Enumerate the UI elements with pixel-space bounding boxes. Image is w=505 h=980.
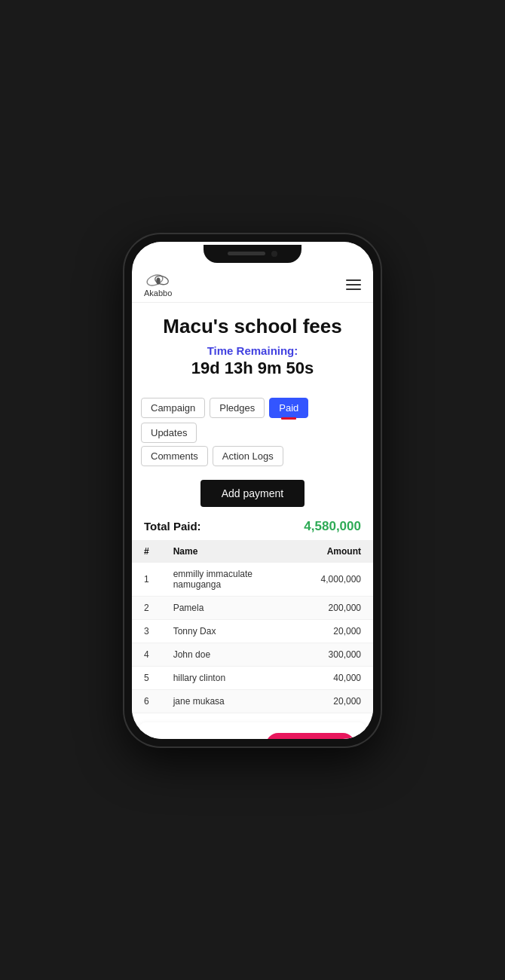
row-name: Pamela <box>161 596 309 619</box>
table-row: 5 hillary clinton 40,000 <box>132 666 373 689</box>
notch-pill <box>228 252 265 255</box>
campaign-card: EDUCATION 📋 Copy Link Macu's school fees… <box>139 722 366 739</box>
svg-point-2 <box>156 277 160 284</box>
phone-frame: Akabbo Macu's school fees Time Remaining… <box>124 234 381 746</box>
table-row: 1 emmilly immaculate namuganga 4,000,000 <box>132 563 373 597</box>
tabs-row-2: Comments Action Logs <box>132 446 373 466</box>
row-amount: 200,000 <box>309 596 373 619</box>
row-name: John doe <box>161 643 309 666</box>
row-amount: 20,000 <box>309 689 373 713</box>
card-top: EDUCATION 📋 Copy Link <box>139 722 366 739</box>
col-header-amount: Amount <box>309 540 373 563</box>
col-header-name: Name <box>161 540 309 563</box>
tab-comments[interactable]: Comments <box>141 446 208 466</box>
row-name: hillary clinton <box>161 666 309 689</box>
row-num: 5 <box>132 666 161 689</box>
table-row: 4 John doe 300,000 <box>132 643 373 666</box>
row-amount: 40,000 <box>309 666 373 689</box>
tab-updates[interactable]: Updates <box>141 423 197 443</box>
table-row: 2 Pamela 200,000 <box>132 596 373 619</box>
row-name: Tonny Dax <box>161 619 309 643</box>
hamburger-menu[interactable] <box>346 279 361 290</box>
table-row: 6 jane mukasa 20,000 <box>132 689 373 713</box>
row-name: emmilly immaculate namuganga <box>161 563 309 597</box>
notch-dot <box>271 251 277 257</box>
tab-action-logs[interactable]: Action Logs <box>213 446 283 466</box>
logo-area: Akabbo <box>144 272 172 298</box>
tab-paid[interactable]: Paid <box>269 398 308 418</box>
logo-icon <box>145 272 172 289</box>
add-payment-section: Add payment <box>132 469 373 514</box>
payments-table: # Name Amount 1 emmilly immaculate namug… <box>132 540 373 713</box>
phone-content: Akabbo Macu's school fees Time Remaining… <box>132 266 373 739</box>
row-num: 4 <box>132 643 161 666</box>
notch-bar <box>132 242 373 266</box>
row-amount: 20,000 <box>309 619 373 643</box>
campaign-header: Macu's school fees Time Remaining: 19d 1… <box>132 303 373 398</box>
row-amount: 300,000 <box>309 643 373 666</box>
col-header-num: # <box>132 540 161 563</box>
row-num: 6 <box>132 689 161 713</box>
time-remaining-label: Time Remaining: <box>144 344 361 357</box>
app-name: Akabbo <box>144 289 172 298</box>
total-paid-label: Total Paid: <box>144 520 201 533</box>
row-num: 1 <box>132 563 161 597</box>
row-amount: 4,000,000 <box>309 563 373 597</box>
phone-screen: Akabbo Macu's school fees Time Remaining… <box>132 242 373 739</box>
total-paid-value: 4,580,000 <box>304 519 361 534</box>
tab-campaign[interactable]: Campaign <box>141 398 205 418</box>
total-paid-row: Total Paid: 4,580,000 <box>132 514 373 540</box>
time-remaining-value: 19d 13h 9m 50s <box>144 359 361 378</box>
campaign-title: Macu's school fees <box>144 315 361 338</box>
row-num: 2 <box>132 596 161 619</box>
table-row: 3 Tonny Dax 20,000 <box>132 619 373 643</box>
tabs-row: Campaign Pledges Paid Updates <box>132 398 373 443</box>
row-num: 3 <box>132 619 161 643</box>
row-name: jane mukasa <box>161 689 309 713</box>
copy-link-button[interactable]: 📋 Copy Link <box>266 733 355 739</box>
tab-pledges[interactable]: Pledges <box>210 398 265 418</box>
add-payment-button[interactable]: Add payment <box>200 480 305 507</box>
app-header: Akabbo <box>132 266 373 303</box>
notch <box>204 245 301 263</box>
